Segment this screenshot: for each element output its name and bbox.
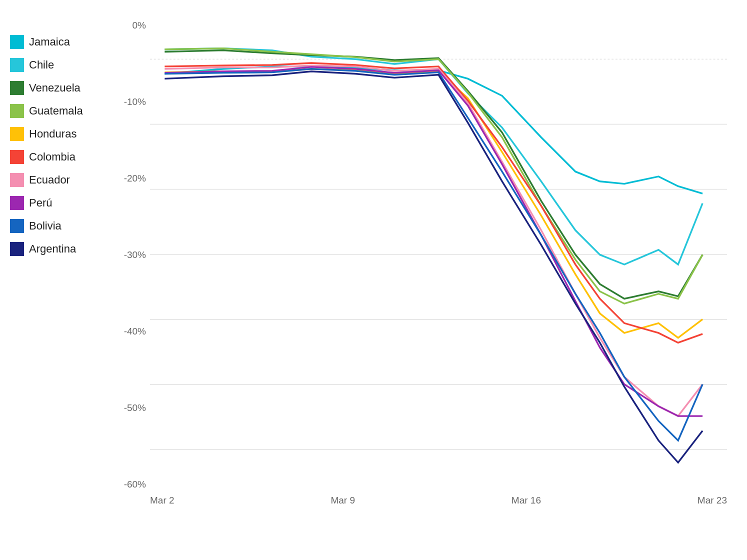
y-axis: 0% -10% -20% -30% -40% -50% -60% [120,20,150,490]
legend-label-argentina: Argentina [29,242,76,256]
x-label-mar16: Mar 16 [512,495,541,506]
legend-item-guatemala: Guatemala [10,104,120,118]
line-colombia [164,63,702,342]
legend-color-honduras [10,127,24,141]
legend-item-colombia: Colombia [10,150,120,164]
legend-label-chile: Chile [29,58,54,72]
y-label-0: 0% [120,20,150,31]
x-label-mar9: Mar 9 [330,495,355,506]
x-label-mar2: Mar 2 [150,495,174,506]
line-chart-svg [150,20,727,490]
legend-item-venezuela: Venezuela [10,81,120,95]
line-guatemala [164,48,702,304]
y-label-60: -60% [120,479,150,490]
chart-legend: Jamaica Chile Venezuela Guatemala Hondur… [10,20,120,520]
legend-color-ecuador [10,173,24,187]
line-venezuela [164,50,702,299]
line-argentina [164,72,702,462]
y-label-20: -20% [120,173,150,184]
legend-color-colombia [10,150,24,164]
legend-item-bolivia: Bolivia [10,219,120,233]
y-label-40: -40% [120,326,150,337]
legend-item-jamaica: Jamaica [10,35,120,49]
legend-color-guatemala [10,104,24,118]
x-axis: Mar 2 Mar 9 Mar 16 Mar 23 [150,490,727,520]
legend-color-chile [10,58,24,72]
legend-label-ecuador: Ecuador [29,174,70,186]
legend-item-chile: Chile [10,58,120,72]
x-label-mar23: Mar 23 [698,495,727,506]
line-ecuador [164,66,702,416]
legend-item-peru: Perú [10,196,120,210]
legend-color-venezuela [10,81,24,95]
legend-label-colombia: Colombia [29,150,76,164]
legend-item-ecuador: Ecuador [10,173,120,187]
y-label-10: -10% [120,96,150,108]
chart-area: 0% -10% -20% -30% -40% -50% -60% [120,20,727,520]
legend-label-jamaica: Jamaica [29,36,70,48]
legend-label-venezuela: Venezuela [29,82,80,94]
line-bolivia [164,69,702,440]
legend-color-bolivia [10,219,24,233]
chart-container: Jamaica Chile Venezuela Guatemala Hondur… [0,0,747,560]
y-label-50: -50% [120,402,150,414]
line-chile [164,48,702,264]
legend-color-peru [10,196,24,210]
y-label-30: -30% [120,250,150,260]
legend-item-honduras: Honduras [10,127,120,141]
legend-item-argentina: Argentina [10,242,120,256]
line-peru [164,67,702,416]
legend-label-honduras: Honduras [29,128,76,140]
legend-color-argentina [10,242,24,256]
legend-label-peru: Perú [29,196,52,210]
legend-color-jamaica [10,35,24,49]
legend-label-guatemala: Guatemala [29,104,83,118]
legend-label-bolivia: Bolivia [29,220,62,232]
line-jamaica [164,66,702,194]
